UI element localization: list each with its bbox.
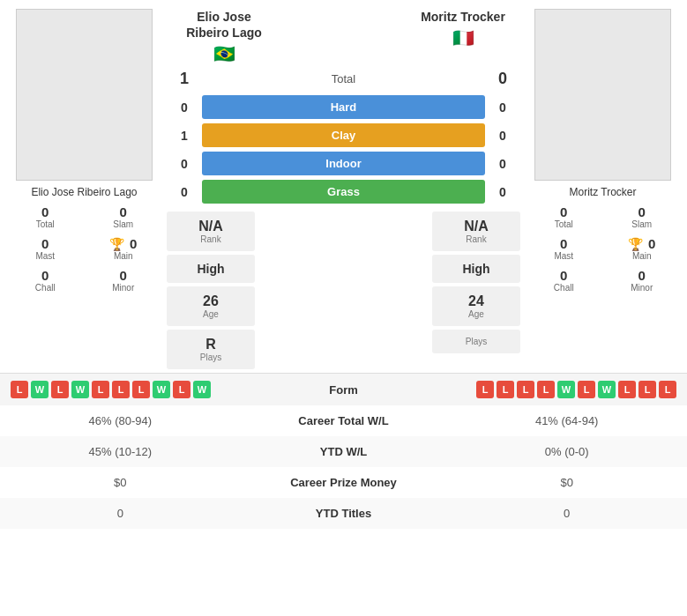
right-header-name: Moritz Trocker	[406, 9, 520, 25]
form-badge-w: W	[557, 381, 575, 398]
form-badge-l: L	[92, 381, 109, 398]
left-slam-label: Slam	[88, 219, 160, 229]
form-badge-l: L	[517, 381, 534, 398]
right-main-value: 0	[648, 236, 655, 251]
stat-left-value: 0	[0, 498, 241, 529]
hard-right-score: 0	[485, 100, 520, 115]
right-minor-label: Minor	[607, 283, 678, 293]
left-plays-value: R	[174, 337, 248, 353]
stat-left-value: 46% (80-94)	[0, 405, 241, 436]
clay-left-score: 1	[167, 129, 202, 143]
right-total-score: 0	[485, 70, 520, 88]
left-stat-boxes: N/A Rank High 26 Age R Plays	[167, 212, 255, 369]
left-age-value: 26	[174, 293, 248, 309]
stat-right-value: 0	[446, 498, 687, 529]
left-total-cell: 0 Total	[7, 202, 84, 232]
right-form-badges: LLLLWLWLLL	[383, 381, 677, 398]
left-total-value: 0	[10, 204, 81, 219]
indoor-button[interactable]: Indoor	[202, 152, 485, 175]
clay-button[interactable]: Clay	[202, 123, 485, 147]
hard-button[interactable]: Hard	[202, 95, 485, 119]
left-header-name: Elio JoseRibeiro Lago	[167, 9, 281, 41]
right-flag: 🇮🇹	[406, 27, 520, 48]
left-high-box: High	[167, 255, 255, 283]
left-high-value: High	[174, 262, 248, 276]
total-row: 1 Total 0	[167, 70, 520, 88]
center-column: Elio JoseRibeiro Lago 🇧🇷 Moritz Trocker …	[163, 9, 524, 369]
grass-left-score: 0	[167, 185, 202, 199]
right-plays-label: Plays	[439, 337, 513, 346]
left-main-cell: 🏆 0 Main	[86, 234, 162, 263]
right-slam-cell: 0 Slam	[604, 202, 681, 232]
left-flag: 🇧🇷	[167, 43, 281, 64]
left-rank-box: N/A Rank	[167, 212, 255, 251]
grass-court-row: 0 Grass 0	[167, 180, 520, 204]
right-rank-label: Rank	[439, 234, 513, 244]
left-total-score: 1	[167, 70, 202, 88]
right-player-header: Moritz Trocker 🇮🇹	[406, 9, 520, 48]
left-slam-value: 0	[88, 204, 160, 219]
form-badge-w: W	[153, 381, 170, 398]
right-chall-value: 0	[528, 268, 600, 283]
form-badge-l: L	[497, 381, 514, 398]
form-badge-w: W	[71, 381, 89, 398]
right-player-photo	[534, 9, 671, 181]
right-chall-label: Chall	[528, 283, 600, 293]
stat-left-value: 45% (10-12)	[0, 436, 241, 467]
right-age-box: 24 Age	[432, 286, 520, 326]
form-badge-l: L	[51, 381, 69, 398]
total-label: Total	[202, 72, 485, 85]
stats-table: 46% (80-94)Career Total W/L41% (64-94)45…	[0, 405, 687, 529]
right-age-value: 24	[439, 293, 513, 309]
right-age-label: Age	[439, 309, 513, 319]
left-form-badges: LWLWLLLWLW	[11, 381, 305, 398]
left-age-label: Age	[174, 309, 248, 319]
form-badge-w: W	[193, 381, 211, 398]
right-main-cell: 🏆 0 Main	[604, 234, 681, 263]
right-total-label: Total	[528, 219, 600, 229]
left-chall-cell: 0 Chall	[7, 265, 84, 295]
form-badge-l: L	[659, 381, 676, 398]
stats-row: $0Career Prize Money$0	[0, 467, 687, 498]
left-age-box: 26 Age	[167, 286, 255, 326]
left-minor-cell: 0 Minor	[86, 265, 162, 295]
form-badge-l: L	[112, 381, 130, 398]
trophy-icon-right: 🏆	[628, 237, 643, 251]
indoor-court-row: 0 Indoor 0	[167, 152, 520, 175]
left-player-stats-grid: 0 Total 0 Slam 0 Mast 🏆 0 Main 0	[7, 202, 161, 295]
left-minor-value: 0	[88, 268, 160, 283]
form-label: Form	[309, 383, 379, 397]
hard-left-score: 0	[167, 100, 202, 115]
right-high-box: High	[432, 255, 520, 283]
grass-button[interactable]: Grass	[202, 180, 485, 204]
form-section: LWLWLLLWLW Form LLLLWLWLLL	[0, 373, 687, 405]
stat-right-value: $0	[446, 467, 687, 498]
stat-right-value: 0% (0-0)	[446, 436, 687, 467]
left-plays-box: R Plays	[167, 330, 255, 369]
stat-center-label: YTD W/L	[241, 436, 447, 467]
form-badge-l: L	[618, 381, 636, 398]
stats-row: 46% (80-94)Career Total W/L41% (64-94)	[0, 405, 687, 436]
left-main-value: 0	[130, 236, 137, 251]
clay-right-score: 0	[485, 129, 520, 143]
right-rank-box: N/A Rank	[432, 212, 520, 251]
player-names-row: Elio JoseRibeiro Lago 🇧🇷 Moritz Trocker …	[167, 9, 520, 64]
form-badge-l: L	[638, 381, 656, 398]
right-mast-label: Mast	[528, 251, 600, 261]
left-minor-label: Minor	[88, 283, 160, 293]
form-badge-l: L	[578, 381, 595, 398]
form-badge-l: L	[537, 381, 555, 398]
right-rank-value: N/A	[439, 219, 513, 234]
right-player-card: Moritz Trocker 0 Total 0 Slam 0 Mast 🏆 0	[526, 9, 680, 369]
right-player-name: Moritz Trocker	[569, 186, 636, 198]
left-player-photo	[16, 9, 153, 181]
stat-right-value: 41% (64-94)	[446, 405, 687, 436]
left-mast-cell: 0 Mast	[7, 234, 84, 263]
left-main-label: Main	[88, 251, 160, 261]
right-total-value: 0	[528, 204, 600, 219]
right-mast-value: 0	[528, 236, 600, 251]
left-rank-label: Rank	[174, 234, 248, 244]
right-minor-value: 0	[607, 268, 678, 283]
right-slam-value: 0	[607, 204, 678, 219]
right-player-stats-grid: 0 Total 0 Slam 0 Mast 🏆 0 Main 0	[526, 202, 680, 295]
